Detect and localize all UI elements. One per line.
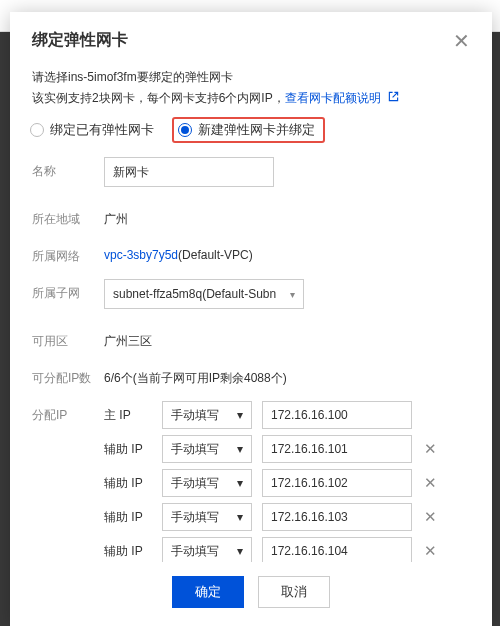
modal-title: 绑定弹性网卡 [32, 30, 128, 51]
subnet-select-value: subnet-ffza5m8q(Default-Subn [113, 287, 276, 301]
ip-mode-select[interactable]: 手动填写▾ [162, 503, 252, 531]
ip-value-input[interactable] [262, 435, 412, 463]
radio-icon [30, 123, 44, 137]
ip-value-input[interactable] [262, 469, 412, 497]
vpc-link[interactable]: vpc-3sby7y5d [104, 248, 178, 262]
row-region: 所在地域 广州 [32, 205, 470, 228]
delete-ip-icon[interactable]: ✕ [422, 440, 438, 458]
chevron-down-icon: ▾ [237, 408, 243, 422]
chevron-down-icon: ▾ [237, 510, 243, 524]
ip-mode-value: 手动填写 [171, 543, 219, 560]
ip-mode-value: 手动填写 [171, 407, 219, 424]
chevron-down-icon: ▾ [237, 476, 243, 490]
ip-row-label: 辅助 IP [104, 441, 152, 458]
label-quota: 可分配IP数 [32, 364, 104, 387]
ip-value-input[interactable] [262, 401, 412, 429]
ip-row: 辅助 IP手动填写▾✕ [104, 503, 470, 531]
vpc-name: (Default-VPC) [178, 248, 253, 262]
ip-value-input[interactable] [262, 537, 412, 562]
label-region: 所在地域 [32, 205, 104, 228]
subnet-select[interactable]: subnet-ffza5m8q(Default-Subn ▾ [104, 279, 304, 309]
ip-mode-value: 手动填写 [171, 509, 219, 526]
intro-line-1: 请选择ins-5imof3fm要绑定的弹性网卡 [32, 69, 470, 86]
confirm-button[interactable]: 确定 [172, 576, 244, 608]
ip-mode-value: 手动填写 [171, 441, 219, 458]
row-name: 名称 [32, 157, 470, 187]
ip-row-label: 辅助 IP [104, 475, 152, 492]
row-zone: 可用区 广州三区 [32, 327, 470, 350]
label-subnet: 所属子网 [32, 279, 104, 302]
chevron-down-icon: ▾ [290, 289, 295, 300]
row-network: 所属网络 vpc-3sby7y5d(Default-VPC) [32, 242, 470, 265]
delete-ip-icon[interactable]: ✕ [422, 542, 438, 560]
quota-doc-link[interactable]: 查看网卡配额说明 [285, 91, 381, 105]
name-input[interactable] [104, 157, 274, 187]
row-quota: 可分配IP数 6/6个(当前子网可用IP剩余4088个) [32, 364, 470, 387]
radio-label: 绑定已有弹性网卡 [50, 121, 154, 139]
ip-mode-select[interactable]: 手动填写▾ [162, 469, 252, 497]
bind-eni-modal: 绑定弹性网卡 ✕ 请选择ins-5imof3fm要绑定的弹性网卡 该实例支持2块… [10, 12, 492, 626]
ip-mode-select[interactable]: 手动填写▾ [162, 401, 252, 429]
ip-value-input[interactable] [262, 503, 412, 531]
ip-row: 辅助 IP手动填写▾✕ [104, 435, 470, 463]
ip-mode-select[interactable]: 手动填写▾ [162, 537, 252, 562]
value-zone: 广州三区 [104, 327, 470, 350]
cancel-button[interactable]: 取消 [258, 576, 330, 608]
radio-icon [178, 123, 192, 137]
delete-ip-icon[interactable]: ✕ [422, 474, 438, 492]
row-assign-ip: 分配IP 主 IP手动填写▾✕辅助 IP手动填写▾✕辅助 IP手动填写▾✕辅助 … [32, 401, 470, 562]
value-quota: 6/6个(当前子网可用IP剩余4088个) [104, 364, 470, 387]
modal-footer: 确定 取消 [10, 562, 492, 626]
bind-mode-radio-group: 绑定已有弹性网卡 新建弹性网卡并绑定 [30, 117, 470, 143]
ip-mode-select[interactable]: 手动填写▾ [162, 435, 252, 463]
ip-row-label: 主 IP [104, 407, 152, 424]
ip-row: 辅助 IP手动填写▾✕ [104, 537, 470, 562]
label-assign-ip: 分配IP [32, 401, 104, 424]
ip-mode-value: 手动填写 [171, 475, 219, 492]
external-link-icon [388, 91, 399, 105]
ip-row-label: 辅助 IP [104, 543, 152, 560]
value-network: vpc-3sby7y5d(Default-VPC) [104, 242, 470, 262]
ip-table: 主 IP手动填写▾✕辅助 IP手动填写▾✕辅助 IP手动填写▾✕辅助 IP手动填… [104, 401, 470, 562]
intro-line-2: 该实例支持2块网卡，每个网卡支持6个内网IP，查看网卡配额说明 [32, 90, 470, 107]
chevron-down-icon: ▾ [237, 442, 243, 456]
value-region: 广州 [104, 205, 470, 228]
radio-create-new[interactable]: 新建弹性网卡并绑定 [172, 117, 325, 143]
label-name: 名称 [32, 157, 104, 180]
radio-label: 新建弹性网卡并绑定 [198, 121, 315, 139]
radio-bind-existing[interactable]: 绑定已有弹性网卡 [30, 121, 154, 139]
close-icon[interactable]: ✕ [453, 31, 470, 51]
chevron-down-icon: ▾ [237, 544, 243, 558]
ip-row-label: 辅助 IP [104, 509, 152, 526]
label-network: 所属网络 [32, 242, 104, 265]
ip-row: 主 IP手动填写▾✕ [104, 401, 470, 429]
ip-row: 辅助 IP手动填写▾✕ [104, 469, 470, 497]
label-zone: 可用区 [32, 327, 104, 350]
modal-body: 请选择ins-5imof3fm要绑定的弹性网卡 该实例支持2块网卡，每个网卡支持… [10, 61, 492, 562]
row-subnet: 所属子网 subnet-ffza5m8q(Default-Subn ▾ [32, 279, 470, 309]
intro-prefix: 该实例支持2块网卡，每个网卡支持6个内网IP， [32, 91, 285, 105]
modal-header: 绑定弹性网卡 ✕ [10, 12, 492, 61]
delete-ip-icon[interactable]: ✕ [422, 508, 438, 526]
